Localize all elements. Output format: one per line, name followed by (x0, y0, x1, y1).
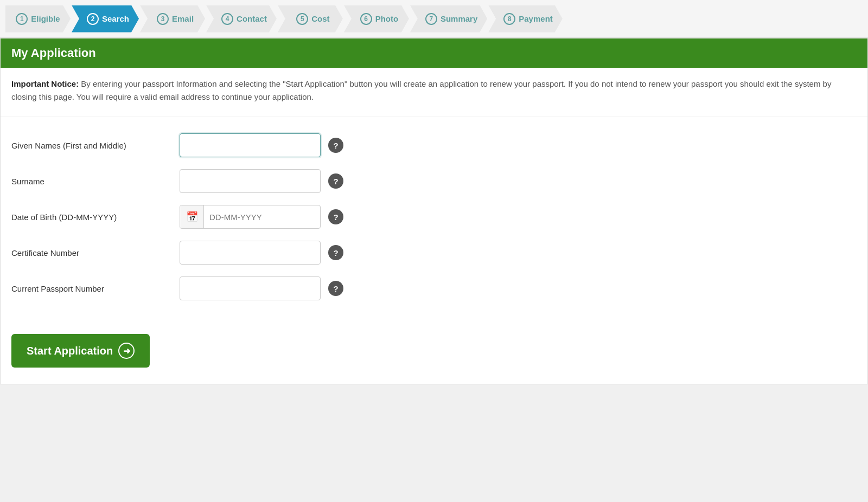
label-surname: Surname (11, 177, 180, 186)
help-icon-surname[interactable]: ? (328, 173, 343, 189)
step-label-payment: Payment (519, 14, 553, 23)
label-certificate-number: Certificate Number (11, 248, 180, 258)
label-passport-number: Current Passport Number (11, 284, 180, 293)
section-title: My Application (11, 46, 96, 60)
step-label-contact: Contact (237, 14, 267, 23)
step-summary[interactable]: 7 Summary (410, 5, 487, 33)
step-cost[interactable]: 5 Cost (278, 5, 343, 33)
button-section: Start Application ➜ (1, 323, 867, 384)
start-application-label: Start Application (27, 345, 113, 357)
calendar-icon[interactable]: 📅 (180, 205, 204, 228)
step-label-email: Email (172, 14, 194, 23)
form-row-surname: Surname? (11, 169, 857, 193)
help-icon-given-names[interactable]: ? (328, 138, 343, 153)
main-content: My Application Important Notice: By ente… (0, 38, 868, 384)
input-surname[interactable] (180, 169, 321, 193)
step-number-3: 3 (157, 13, 169, 25)
step-number-5: 5 (296, 13, 308, 25)
notice-bold: Important Notice: (11, 79, 79, 88)
date-input-wrapper: 📅 (180, 205, 321, 229)
step-contact[interactable]: 4 Contact (206, 5, 277, 33)
step-search[interactable]: 2 Search (72, 5, 139, 33)
input-given-names[interactable] (180, 133, 321, 157)
help-icon-certificate-number[interactable]: ? (328, 245, 343, 260)
step-payment[interactable]: 8 Payment (488, 5, 563, 33)
form-row-dob: Date of Birth (DD-MM-YYYY)📅? (11, 205, 857, 229)
progress-bar: 1 Eligible 2 Search 3 Email 4 Contact 5 … (0, 0, 868, 38)
label-given-names: Given Names (First and Middle) (11, 141, 180, 150)
step-label-summary: Summary (441, 14, 477, 23)
step-label-eligible: Eligible (31, 14, 60, 23)
notice-section: Important Notice: By entering your passp… (1, 68, 867, 117)
input-dob[interactable] (204, 213, 320, 222)
label-dob: Date of Birth (DD-MM-YYYY) (11, 213, 180, 222)
form-section: Given Names (First and Middle)?Surname?D… (1, 117, 867, 323)
input-passport-number[interactable] (180, 276, 321, 300)
section-header: My Application (1, 38, 867, 68)
form-row-given-names: Given Names (First and Middle)? (11, 133, 857, 157)
step-number-8: 8 (503, 13, 515, 25)
step-eligible[interactable]: 1 Eligible (5, 5, 71, 33)
step-number-1: 1 (16, 13, 28, 25)
help-icon-dob[interactable]: ? (328, 209, 343, 224)
start-application-button[interactable]: Start Application ➜ (11, 334, 150, 368)
notice-text: By entering your passport Information an… (11, 79, 831, 101)
step-number-7: 7 (425, 13, 437, 25)
input-certificate-number[interactable] (180, 241, 321, 265)
step-number-6: 6 (360, 13, 372, 25)
form-row-passport-number: Current Passport Number? (11, 276, 857, 300)
help-icon-passport-number[interactable]: ? (328, 281, 343, 296)
step-number-4: 4 (221, 13, 233, 25)
step-label-cost: Cost (311, 14, 329, 23)
step-photo[interactable]: 6 Photo (344, 5, 409, 33)
start-application-arrow: ➜ (118, 343, 135, 359)
step-number-2: 2 (87, 13, 99, 25)
step-label-photo: Photo (375, 14, 399, 23)
step-label-search: Search (102, 14, 129, 23)
step-email[interactable]: 3 Email (140, 5, 205, 33)
form-row-certificate-number: Certificate Number? (11, 241, 857, 265)
